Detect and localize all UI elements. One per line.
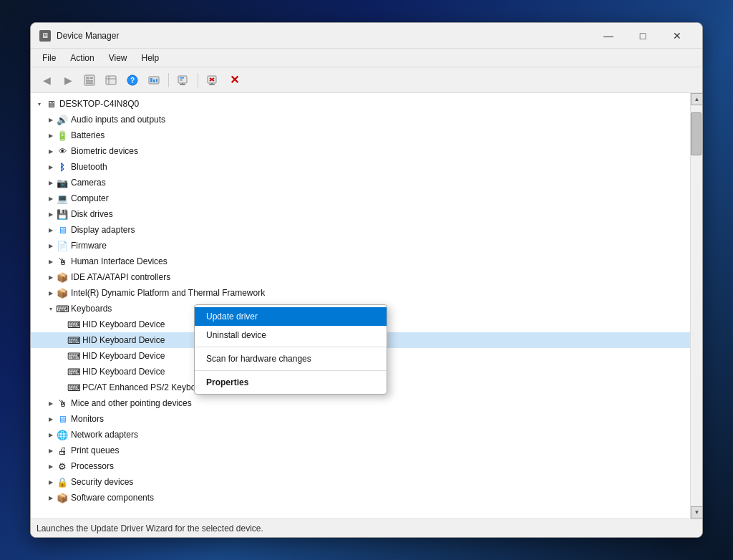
tree-item-firmware[interactable]: ▶ 📄 Firmware xyxy=(31,238,690,254)
resource-button[interactable] xyxy=(144,71,164,90)
print-expand[interactable]: ▶ xyxy=(45,445,57,456)
tree-item-security[interactable]: ▶ 🔒 Security devices xyxy=(31,474,690,490)
close-button[interactable]: ✕ xyxy=(661,26,694,46)
tree-item-ideata[interactable]: ▶ 📦 IDE ATA/ATAPI controllers xyxy=(31,269,690,285)
root-expand[interactable]: ▾ xyxy=(34,98,45,110)
pcat-icon: ⌨ xyxy=(68,382,79,393)
tree-item-display[interactable]: ▶ 🖥 Display adapters xyxy=(31,222,690,238)
maximize-button[interactable]: □ xyxy=(626,26,659,46)
scroll-up-button[interactable]: ▲ xyxy=(691,93,702,105)
tree-item-processors[interactable]: ▶ ⚙ Processors xyxy=(31,458,690,474)
firmware-icon: 📄 xyxy=(57,240,68,251)
tree-item-cameras[interactable]: ▶ 📷 Cameras xyxy=(31,175,690,190)
intel-expand[interactable]: ▶ xyxy=(45,287,57,299)
menu-file[interactable]: File xyxy=(37,52,62,64)
biometric-expand[interactable]: ▶ xyxy=(45,145,57,157)
biometric-icon: 👁 xyxy=(57,145,68,157)
batteries-expand[interactable]: ▶ xyxy=(45,130,57,141)
security-label: Security devices xyxy=(71,477,133,487)
svg-rect-13 xyxy=(156,79,157,82)
tree-item-computer[interactable]: ▶ 💻 Computer xyxy=(31,190,690,206)
tree-item-monitors[interactable]: ▶ 🖥 Monitors xyxy=(31,411,690,427)
print-label: Print queues xyxy=(71,445,119,455)
tree-item-mice[interactable]: ▶ 🖱 Mice and other pointing devices xyxy=(31,395,690,411)
svg-rect-16 xyxy=(182,83,183,85)
pcat-label: PC/AT Enhanced PS/2 Keyboard xyxy=(82,382,208,392)
tree-item-software[interactable]: ▶ 📦 Software components xyxy=(31,490,690,506)
status-text: Launches the Update Driver Wizard for th… xyxy=(37,523,263,534)
hid-kb2-label: HID Keyboard Device xyxy=(82,335,165,345)
svg-rect-21 xyxy=(211,83,213,85)
tree-item-biometric[interactable]: ▶ 👁 Biometric devices xyxy=(31,143,690,159)
hid-icon: 🖱 xyxy=(57,256,68,267)
uninstall-button[interactable] xyxy=(203,71,223,90)
hid-expand[interactable]: ▶ xyxy=(45,256,57,267)
computer-expand[interactable]: ▶ xyxy=(45,193,57,204)
tree-panel[interactable]: ▾ 🖥 DESKTOP-C4IN8Q0 ▶ 🔊 Audio inputs and… xyxy=(31,93,690,518)
audio-expand[interactable]: ▶ xyxy=(45,114,57,125)
ctx-scan-changes[interactable]: Scan for hardware changes xyxy=(195,349,387,368)
network-label: Network adapters xyxy=(71,430,138,440)
tree-item-network[interactable]: ▶ 🌐 Network adapters xyxy=(31,427,690,443)
security-expand[interactable]: ▶ xyxy=(45,476,57,488)
tree-item-disk[interactable]: ▶ 💾 Disk drives xyxy=(31,206,690,222)
disk-expand[interactable]: ▶ xyxy=(45,208,57,220)
minimize-button[interactable]: — xyxy=(592,26,625,46)
tree-root[interactable]: ▾ 🖥 DESKTOP-C4IN8Q0 xyxy=(31,96,690,112)
bluetooth-expand[interactable]: ▶ xyxy=(45,161,57,173)
svg-rect-5 xyxy=(106,76,116,85)
ctx-properties[interactable]: Properties xyxy=(195,373,387,392)
tree-item-audio[interactable]: ▶ 🔊 Audio inputs and outputs xyxy=(31,112,690,127)
svg-text:✕: ✕ xyxy=(230,74,239,86)
cameras-expand[interactable]: ▶ xyxy=(45,177,57,188)
print-icon: 🖨 xyxy=(57,445,68,456)
tree-item-intel[interactable]: ▶ 📦 Intel(R) Dynamic Platform and Therma… xyxy=(31,285,690,301)
monitors-expand[interactable]: ▶ xyxy=(45,413,57,425)
tree-item-bluetooth[interactable]: ▶ ᛒ Bluetooth xyxy=(31,159,690,175)
ctx-uninstall-device[interactable]: Uninstall device xyxy=(195,326,387,344)
scroll-track[interactable] xyxy=(691,105,702,506)
scan-button[interactable] xyxy=(173,71,193,90)
back-button[interactable]: ◀ xyxy=(37,71,57,90)
firmware-expand[interactable]: ▶ xyxy=(45,240,57,251)
computer-icon: 🖥 xyxy=(45,98,57,110)
ctx-separator-2 xyxy=(195,370,387,371)
forward-button[interactable]: ▶ xyxy=(58,71,78,90)
properties-button[interactable] xyxy=(79,71,99,90)
computer-label: Computer xyxy=(71,193,109,203)
ideata-expand[interactable]: ▶ xyxy=(45,271,57,283)
scroll-down-button[interactable]: ▼ xyxy=(691,506,702,518)
svg-rect-17 xyxy=(180,77,184,79)
intel-label: Intel(R) Dynamic Platform and Thermal Fr… xyxy=(71,288,265,298)
computer-icon2: 💻 xyxy=(57,193,68,204)
disk-label: Disk drives xyxy=(71,209,113,219)
details-button[interactable] xyxy=(101,71,121,90)
help-button[interactable]: ? xyxy=(122,71,142,90)
delete-button[interactable]: ✕ xyxy=(224,71,244,90)
menu-help[interactable]: Help xyxy=(136,52,165,64)
scroll-thumb[interactable] xyxy=(691,112,702,155)
menu-view[interactable]: View xyxy=(103,52,133,64)
mice-expand[interactable]: ▶ xyxy=(45,397,57,409)
intel-icon: 📦 xyxy=(57,287,68,299)
mice-icon: 🖱 xyxy=(57,397,68,409)
display-icon: 🖥 xyxy=(57,224,68,236)
app-icon: 🖥 xyxy=(39,30,51,42)
processors-expand[interactable]: ▶ xyxy=(45,460,57,472)
root-label: DESKTOP-C4IN8Q0 xyxy=(59,99,139,109)
tree-item-hid[interactable]: ▶ 🖱 Human Interface Devices xyxy=(31,254,690,269)
hid-kb1-label: HID Keyboard Device xyxy=(82,319,165,329)
batteries-label: Batteries xyxy=(71,130,105,140)
tree-item-print[interactable]: ▶ 🖨 Print queues xyxy=(31,443,690,458)
network-expand[interactable]: ▶ xyxy=(45,429,57,440)
tree-item-batteries[interactable]: ▶ 🔋 Batteries xyxy=(31,127,690,143)
software-expand[interactable]: ▶ xyxy=(45,492,57,503)
disk-icon: 💾 xyxy=(57,208,68,220)
display-label: Display adapters xyxy=(71,225,135,235)
keyboards-label: Keyboards xyxy=(71,304,112,314)
display-expand[interactable]: ▶ xyxy=(45,224,57,236)
audio-label: Audio inputs and outputs xyxy=(71,115,165,125)
menu-action[interactable]: Action xyxy=(64,52,99,64)
ctx-update-driver[interactable]: Update driver xyxy=(195,307,387,326)
menu-bar: File Action View Help xyxy=(31,49,702,67)
